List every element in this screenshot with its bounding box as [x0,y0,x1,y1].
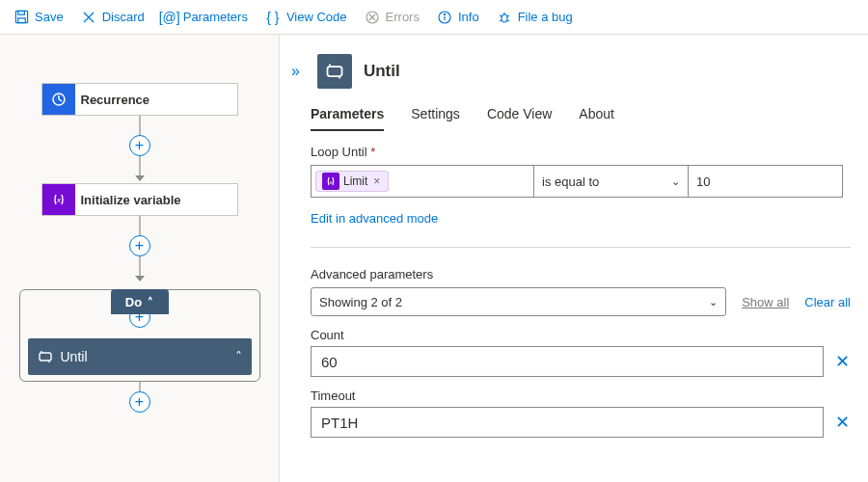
condition-value-input[interactable]: 10 [689,165,843,198]
view-code-button[interactable]: { } View Code [258,6,355,29]
do-until-group[interactable]: Do ˄ + Until ˄ [19,289,260,382]
toolbar: Save Discard [@] Parameters { } View Cod… [0,0,868,35]
timeout-input[interactable]: PT1H [311,407,824,438]
save-icon [14,10,29,25]
svg-line-16 [507,20,509,21]
token-chip[interactable]: x Limit × [315,171,389,192]
connector [139,116,141,135]
svg-rect-21 [40,353,51,361]
add-step-button[interactable]: + [129,235,150,256]
svg-rect-22 [327,67,341,76]
tab-parameters[interactable]: Parameters [311,106,384,131]
add-step-button[interactable]: + [129,135,150,156]
add-step-button[interactable]: + [129,391,150,413]
connector [139,256,141,276]
remove-token-button[interactable]: × [371,174,382,188]
connector [139,382,141,391]
clear-timeout-button[interactable]: ✕ [833,412,851,433]
discard-icon [81,10,96,25]
svg-text:x: x [56,196,62,204]
condition-left-input[interactable]: x Limit × [311,165,534,198]
edit-advanced-mode-link[interactable]: Edit in advanced mode [311,203,851,241]
node-label: Recurrence [75,93,150,107]
designer-canvas: Recurrence + x Initialize variable + Do … [0,35,280,482]
svg-text:x: x [329,179,334,185]
info-icon [437,10,452,25]
svg-line-15 [500,20,502,21]
svg-point-11 [502,14,507,22]
svg-point-9 [444,13,445,14]
parameters-button[interactable]: [@] Parameters [154,6,256,29]
advanced-params-select[interactable]: Showing 2 of 2 ⌄ [311,287,726,316]
errors-icon [365,10,380,25]
arrow-down-icon [135,175,145,181]
variable-icon: x [322,173,339,190]
condition-row: x Limit × is equal to ⌄ 10 [311,165,851,198]
tab-about[interactable]: About [579,106,614,131]
do-header[interactable]: Do ˄ [111,289,169,314]
chevron-up-icon: ˄ [148,296,153,308]
loop-until-label: Loop Until [311,145,851,159]
chevron-down-icon: ⌄ [709,296,718,308]
divider [311,247,851,248]
count-input[interactable]: 60 [311,346,824,377]
errors-button[interactable]: Errors [357,6,427,29]
svg-line-13 [500,15,502,16]
info-button[interactable]: Info [429,6,487,29]
recurrence-icon [42,84,75,115]
loop-icon [38,349,53,364]
action-panel: » Until Parameters Settings Code View Ab… [280,35,868,482]
tab-settings[interactable]: Settings [411,106,460,131]
connector [139,216,141,235]
advanced-parameters-label: Advanced parameters [311,267,851,281]
arrow-down-icon [135,276,145,281]
file-bug-button[interactable]: File a bug [489,6,581,29]
svg-line-19 [59,99,62,101]
connector [139,156,141,175]
panel-title: Until [364,62,400,81]
chevron-up-icon: ˄ [235,349,242,364]
node-initialize-variable[interactable]: x Initialize variable [41,183,238,216]
parameters-icon: [@] [162,10,177,25]
until-icon [317,54,352,89]
discard-button[interactable]: Discard [73,6,152,29]
clear-all-link[interactable]: Clear all [804,295,851,309]
clear-count-button[interactable]: ✕ [833,351,851,372]
show-all-link[interactable]: Show all [742,295,789,309]
code-icon: { } [265,10,281,25]
timeout-label: Timeout [311,388,851,403]
chevron-down-icon: ⌄ [671,175,680,188]
node-recurrence[interactable]: Recurrence [41,83,238,116]
collapse-panel-button[interactable]: » [285,59,306,84]
svg-rect-2 [17,18,25,23]
svg-rect-1 [17,11,24,14]
count-label: Count [311,328,851,342]
bug-icon [497,10,512,25]
tab-code-view[interactable]: Code View [487,106,552,131]
panel-tabs: Parameters Settings Code View About [280,89,868,131]
svg-line-14 [507,15,509,16]
variable-icon: x [42,184,75,215]
condition-operator-select[interactable]: is equal to ⌄ [534,165,689,198]
node-label: Initialize variable [75,193,181,207]
save-button[interactable]: Save [6,6,71,29]
until-bar[interactable]: Until ˄ [28,338,252,375]
